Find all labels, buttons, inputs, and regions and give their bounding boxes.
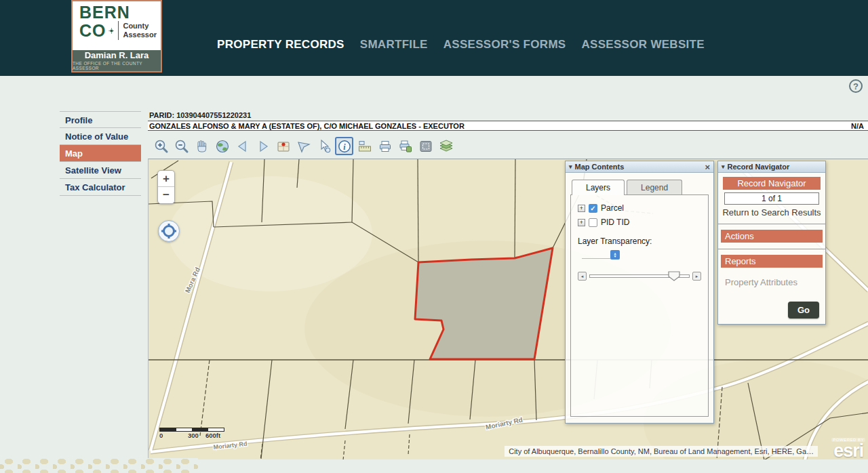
layer-label-parcel: Parcel <box>601 203 624 213</box>
parcel-checkbox[interactable]: ✓ <box>589 204 597 213</box>
tool-zoom-out[interactable] <box>172 137 191 155</box>
map-contents-header[interactable]: ▾ Map Contents × <box>566 161 713 173</box>
forward-arrow-icon <box>256 139 271 154</box>
top-header: BERN CO County Assessor <box>0 0 868 76</box>
map-toolbar: i <box>148 133 868 159</box>
divider <box>718 249 825 249</box>
return-to-search-results-link[interactable]: Return to Search Results <box>718 207 825 218</box>
esri-logo: POWERED BY esri <box>831 438 865 459</box>
map-contents-panel: ▾ Map Contents × Layers Legend + ✓ Parce… <box>565 161 714 424</box>
esri-brand: esri <box>831 442 865 459</box>
main-nav: PROPERTY RECORDS SMARTFILE ASSESSOR'S FO… <box>217 38 705 52</box>
sidebar-item-satellite-view[interactable]: Satellite View <box>60 162 141 179</box>
logo-county-text: County <box>123 22 157 30</box>
record-right-value: N/A <box>851 122 864 130</box>
close-icon[interactable]: × <box>705 163 710 171</box>
slider-right-arrow[interactable]: ▸ <box>692 272 701 281</box>
tool-pan[interactable] <box>193 137 211 155</box>
layers-icon <box>439 139 454 154</box>
scalebar-label-0: 0 <box>159 432 163 439</box>
zoom-out-icon <box>174 139 189 154</box>
map-zoom-in-button[interactable]: + <box>158 171 174 187</box>
globe-icon <box>215 139 230 154</box>
map-contents-title: Map Contents <box>575 163 625 171</box>
expand-plus-icon[interactable]: + <box>578 205 585 212</box>
spinner-down-icon: ▾ <box>614 255 616 258</box>
tool-zoom-in[interactable] <box>152 137 170 155</box>
layer-row-pid-tid: + PID TID <box>578 218 701 227</box>
expand-plus-icon[interactable]: + <box>578 219 585 226</box>
logo-top: BERN CO County Assessor <box>73 1 161 50</box>
footer-decorative-pattern <box>0 458 198 473</box>
logo-co-text: CO <box>79 22 106 39</box>
assessor-tagline: THE OFFICE OF THE COUNTY ASSESSOR <box>73 61 161 70</box>
tab-layers[interactable]: Layers <box>572 180 625 195</box>
nav-assessor-website[interactable]: ASSESSOR WEBSITE <box>581 38 704 52</box>
tool-export[interactable] <box>396 137 414 155</box>
map-zoom-out-button[interactable]: − <box>158 187 174 203</box>
tool-identify[interactable]: i <box>335 137 353 155</box>
zia-symbol-icon <box>108 25 115 37</box>
layer-label-pid-tid: PID TID <box>601 218 629 227</box>
assessor-name: Damian R. Lara <box>85 51 149 60</box>
help-icon[interactable]: ? <box>849 79 863 93</box>
tool-overview-map[interactable] <box>274 137 292 155</box>
tool-previous-extent[interactable] <box>233 137 252 155</box>
select-dart-icon <box>296 139 311 154</box>
reports-section-banner[interactable]: Reports <box>721 255 823 268</box>
divider <box>718 224 825 224</box>
nav-smartfile[interactable]: SMARTFILE <box>360 38 428 52</box>
owner-text: GONZALES ALFONSO & MARY A (ESTATES OF), … <box>149 122 465 130</box>
tool-layers[interactable] <box>437 137 455 155</box>
pid-tid-checkbox[interactable] <box>589 218 597 227</box>
parid-text: PARID: 103904407551220231 <box>148 111 868 121</box>
back-arrow-icon <box>235 139 250 154</box>
actions-section-banner[interactable]: Actions <box>721 230 823 243</box>
tool-measure[interactable] <box>355 137 374 155</box>
sidebar-item-map[interactable]: Map <box>60 145 141 162</box>
property-attributes-item[interactable]: Property Attributes <box>725 277 825 287</box>
measure-ruler-icon <box>357 139 372 154</box>
export-print-icon <box>398 139 413 154</box>
capture-extent-icon <box>418 139 433 154</box>
tool-full-extent[interactable] <box>213 137 231 155</box>
tool-select[interactable] <box>294 137 313 155</box>
sidebar-item-profile[interactable]: Profile <box>60 111 141 128</box>
go-button[interactable]: Go <box>788 302 819 318</box>
layers-tab-content: + ✓ Parcel + PID TID Layer Transparency:… <box>570 194 709 417</box>
record-position-field[interactable]: 1 of 1 <box>724 192 819 205</box>
print-icon <box>378 139 393 154</box>
transparency-label: Layer Transparency: <box>578 236 701 246</box>
transparency-spinner[interactable]: ▴▾ <box>610 250 620 260</box>
sidebar-item-notice-of-value[interactable]: Notice of Value <box>60 128 141 145</box>
logo-strip: Damian R. Lara THE OFFICE OF THE COUNTY … <box>73 50 161 71</box>
nav-assessors-forms[interactable]: ASSESSOR'S FORMS <box>443 38 566 52</box>
record-navigator-panel: ▾ Record Navigator Record Navigator 1 of… <box>717 161 826 325</box>
nav-property-records[interactable]: PROPERTY RECORDS <box>217 38 344 52</box>
transparency-spinner-row: ▴▾ <box>582 250 701 260</box>
tool-capture-extent[interactable] <box>416 137 435 155</box>
locate-button[interactable] <box>158 220 180 242</box>
pan-hand-icon <box>195 139 210 154</box>
assessor-page: BERN CO County Assessor <box>0 0 868 473</box>
tab-legend[interactable]: Legend <box>627 180 682 195</box>
map-attribution: City of Albuquerque, Bernalillo County, … <box>505 446 818 457</box>
logo-bern-text: BERN <box>79 4 157 21</box>
identify-info-icon: i <box>337 139 352 154</box>
tool-pointer[interactable] <box>315 137 333 155</box>
record-navigator-header[interactable]: ▾ Record Navigator <box>718 161 825 173</box>
collapse-caret-icon: ▾ <box>569 163 572 170</box>
scalebar-label-300: 300 <box>188 432 199 439</box>
bernco-logo[interactable]: BERN CO County Assessor <box>71 0 162 73</box>
scalebar-label-600ft: 600ft <box>205 432 220 439</box>
zoom-in-icon <box>154 139 169 154</box>
sidebar-item-tax-calculator[interactable]: Tax Calculator <box>60 179 141 196</box>
tool-next-extent[interactable] <box>254 137 272 155</box>
slider-left-arrow[interactable]: ◂ <box>578 272 587 281</box>
slider-thumb[interactable] <box>668 271 680 284</box>
slider-track[interactable] <box>589 274 690 278</box>
map-canvas[interactable]: Mora Rd Moriarty Rd Moriarty Rd + − 0 3 <box>148 159 868 459</box>
scalebar: 0 300 600ft <box>159 428 227 439</box>
record-header: PARID: 103904407551220231 GONZALES ALFON… <box>148 111 868 131</box>
tool-print[interactable] <box>376 137 394 155</box>
